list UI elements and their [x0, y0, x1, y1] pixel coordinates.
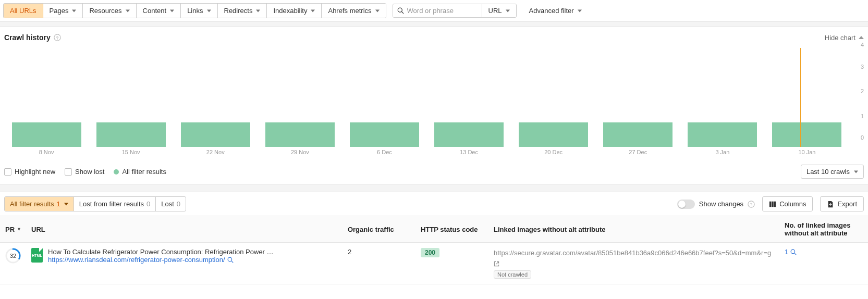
advanced-filter-button[interactable]: Advanced filter — [523, 4, 588, 18]
inspect-icon[interactable] — [227, 257, 234, 263]
tab-lost[interactable]: Lost 0 — [156, 197, 186, 211]
page-url-link[interactable]: https://www.riansdeal.com/refrigerator-p… — [48, 256, 274, 264]
chart-bar[interactable] — [12, 122, 81, 147]
y-tick-label: 3 — [861, 64, 864, 70]
cell-organic-traffic: 2 — [343, 248, 415, 256]
svg-line-1 — [401, 12, 404, 14]
th-organic-traffic[interactable]: Organic traffic — [343, 220, 415, 239]
tab-redirects[interactable]: Redirects — [218, 4, 267, 18]
tab-lost-count: 0 — [177, 200, 180, 208]
th-linked-label: Linked images without alt attribute — [494, 226, 606, 233]
pr-value: 32 — [5, 248, 21, 264]
crawl-range-label: Last 10 crawls — [806, 168, 850, 176]
show-lost-checkbox[interactable]: Show lost — [65, 168, 104, 176]
th-http-status[interactable]: HTTP status code — [415, 220, 488, 239]
html-file-icon: HTML — [31, 248, 43, 263]
hide-chart-button[interactable]: Hide chart — [825, 34, 864, 42]
chart-bar[interactable] — [265, 122, 335, 147]
tab-all-urls[interactable]: All URLs — [4, 4, 43, 18]
export-icon — [827, 201, 834, 208]
x-tick-label: 29 Nov — [291, 149, 309, 155]
tab-all-filter-count: 1 — [57, 200, 60, 208]
sort-desc-icon: ▼ — [17, 227, 21, 232]
tab-lost-filter-label: Lost from filter results — [79, 200, 144, 208]
show-changes-label: Show changes — [699, 200, 743, 208]
cell-http-status: 200 — [415, 248, 488, 257]
table-row: 32 HTML How To Calculate Refrigerator Po… — [0, 243, 868, 284]
tab-links-label: Links — [187, 7, 203, 15]
chart-bar[interactable] — [603, 122, 673, 147]
th-count-label: No. of linked images without alt attribu… — [785, 221, 863, 237]
advanced-filter-label: Advanced filter — [529, 7, 574, 15]
search-group: URL — [393, 4, 517, 18]
linked-image-url[interactable]: https://secure.gravatar.com/avatar/85051… — [494, 248, 774, 268]
checkbox-icon — [4, 168, 11, 176]
chart-plot-area[interactable] — [4, 48, 849, 147]
page-title[interactable]: How To Calculate Refrigerator Power Cons… — [48, 248, 274, 256]
search-input[interactable] — [407, 7, 478, 15]
chevron-up-icon — [859, 35, 864, 40]
highlight-new-checkbox[interactable]: Highlight new — [4, 168, 55, 176]
divider-strip — [0, 184, 868, 192]
tab-content[interactable]: Content — [137, 4, 181, 18]
tab-indexability-label: Indexability — [273, 7, 307, 15]
columns-label: Columns — [779, 200, 806, 208]
help-icon[interactable]: ? — [54, 34, 61, 41]
crawl-range-selector[interactable]: Last 10 crawls — [801, 165, 864, 179]
x-tick-label: 27 Dec — [629, 149, 647, 155]
pr-indicator[interactable]: 32 — [5, 248, 21, 264]
chart-bar[interactable] — [519, 122, 588, 147]
inspect-icon[interactable] — [790, 249, 797, 255]
tab-lost-filter-count: 0 — [146, 200, 150, 208]
tab-all-urls-label: All URLs — [10, 7, 36, 15]
legend-all-label: All filter results — [122, 168, 166, 176]
chevron-down-icon — [207, 9, 211, 13]
th-count-linked[interactable]: No. of linked images without alt attribu… — [779, 216, 868, 242]
results-toolbar: All filter results 1 Lost from filter re… — [0, 192, 868, 216]
svg-point-13 — [791, 250, 795, 254]
crawl-history-header: Crawl history ? Hide chart — [0, 27, 868, 44]
show-changes-toggle[interactable] — [677, 200, 695, 209]
x-tick-label: 10 Jan — [798, 149, 815, 155]
tab-ahrefs-label: Ahrefs metrics — [328, 7, 371, 15]
crawl-history-title-wrap: Crawl history ? — [4, 33, 61, 42]
tab-ahrefs-metrics[interactable]: Ahrefs metrics — [322, 4, 385, 18]
tab-all-filter-results[interactable]: All filter results 1 — [5, 197, 74, 211]
chart-bar[interactable] — [772, 122, 841, 147]
chart-bar[interactable] — [434, 122, 504, 147]
cell-linked-images: https://secure.gravatar.com/avatar/85051… — [488, 248, 779, 279]
tab-pages[interactable]: Pages — [43, 4, 83, 18]
tab-links[interactable]: Links — [181, 4, 217, 18]
highlight-new-label: Highlight new — [15, 168, 55, 176]
external-link-icon[interactable] — [494, 259, 499, 267]
tab-pages-label: Pages — [50, 7, 69, 15]
svg-line-14 — [794, 253, 796, 254]
not-crawled-badge: Not crawled — [494, 270, 531, 279]
linked-image-url-text: https://secure.gravatar.com/avatar/85051… — [494, 249, 771, 257]
export-label: Export — [837, 200, 857, 208]
x-tick-label: 22 Nov — [206, 149, 225, 155]
th-pr[interactable]: PR▼ — [0, 220, 26, 239]
http-status-badge: 200 — [421, 248, 439, 257]
columns-button[interactable]: Columns — [762, 196, 813, 211]
chart-bar[interactable] — [96, 122, 166, 147]
th-url[interactable]: URL — [26, 220, 343, 239]
tab-lost-from-filter[interactable]: Lost from filter results 0 — [74, 197, 156, 211]
y-tick-label: 2 — [861, 88, 864, 94]
hide-chart-label: Hide chart — [825, 34, 855, 42]
search-scope-selector[interactable]: URL — [482, 4, 516, 17]
chevron-down-icon — [375, 9, 380, 13]
help-icon[interactable]: ? — [748, 201, 755, 208]
count-link[interactable]: 1 — [785, 248, 863, 256]
chevron-down-icon — [311, 9, 315, 13]
cell-url: HTML How To Calculate Refrigerator Power… — [26, 248, 343, 264]
chart-bar[interactable] — [688, 122, 757, 147]
svg-rect-6 — [769, 201, 772, 207]
chart-bar[interactable] — [181, 122, 250, 147]
export-button[interactable]: Export — [820, 196, 864, 211]
tab-indexability[interactable]: Indexability — [267, 4, 322, 18]
th-linked-images[interactable]: Linked images without alt attribute — [488, 220, 779, 239]
search-input-wrapper[interactable] — [393, 4, 482, 17]
tab-resources[interactable]: Resources — [83, 4, 136, 18]
chart-bar[interactable] — [350, 122, 419, 147]
